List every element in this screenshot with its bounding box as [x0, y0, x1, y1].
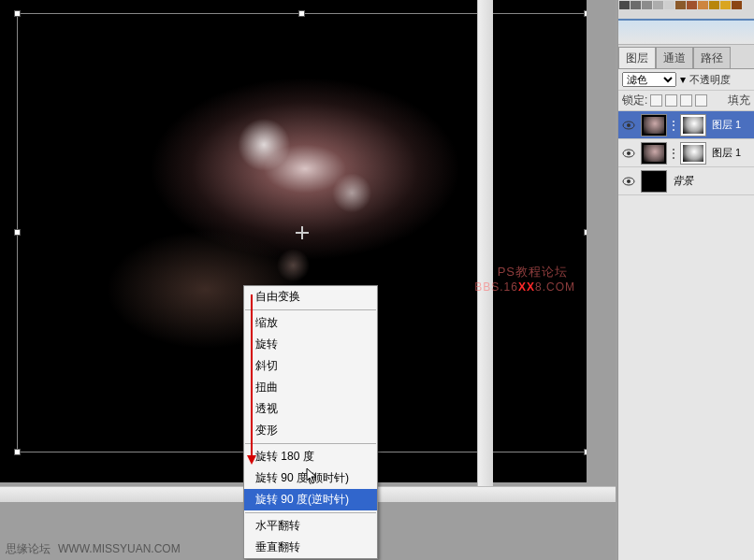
menu-warp[interactable]: 变形	[244, 420, 377, 441]
layers-panel: 图层 通道 路径 滤色 ▾ 不透明度 锁定: 填充 ⋮ 图	[618, 45, 754, 195]
menu-distort[interactable]: 扭曲	[244, 377, 377, 398]
chevron-down-icon: ▾	[680, 73, 686, 86]
layer-row[interactable]: 背景	[618, 167, 754, 195]
menu-flip-horizontal[interactable]: 水平翻转	[244, 515, 377, 537]
workspace: PS教程论坛 BBS.16XX8.COM 自由变换 缩放 旋转 斜切 扭曲 透视…	[0, 0, 616, 560]
blend-mode-select[interactable]: 滤色	[622, 72, 676, 87]
menu-skew[interactable]: 斜切	[244, 355, 377, 377]
svg-point-5	[627, 179, 631, 183]
watermark-line1: PS教程论坛	[498, 264, 568, 280]
menu-perspective[interactable]: 透视	[244, 398, 377, 420]
swatches-panel[interactable]	[618, 0, 754, 21]
menu-rotate-90-cw[interactable]: 旋转 90 度(顺时针)	[244, 467, 377, 489]
menu-scale[interactable]: 缩放	[244, 312, 377, 334]
menu-free-transform[interactable]: 自由变换	[244, 286, 377, 308]
lock-image-icon[interactable]	[665, 94, 677, 107]
layer-name[interactable]: 图层 1	[708, 146, 754, 160]
lock-row: 锁定: 填充	[618, 91, 754, 111]
eye-icon	[622, 177, 635, 186]
layer-thumbnail[interactable]	[641, 170, 667, 193]
menu-rotate-180[interactable]: 旋转 180 度	[244, 446, 377, 467]
svg-point-1	[627, 123, 631, 127]
swatch[interactable]	[631, 1, 641, 9]
layer-mask-thumbnail[interactable]	[680, 142, 706, 165]
swatch[interactable]	[687, 1, 697, 9]
swatch[interactable]	[709, 1, 719, 9]
lock-label: 锁定:	[622, 93, 647, 108]
menu-separator	[245, 309, 376, 310]
menu-flip-vertical[interactable]: 垂直翻转	[244, 537, 377, 558]
eye-icon	[622, 121, 635, 130]
svg-point-3	[627, 151, 631, 155]
watermark-line2: BBS.16XX8.COM	[474, 280, 575, 294]
footer-site-url: WWW.MISSYUAN.COM	[58, 542, 181, 555]
visibility-toggle[interactable]	[618, 149, 639, 158]
layer-name[interactable]: 背景	[669, 174, 754, 188]
menu-rotate-90-ccw[interactable]: 旋转 90 度(逆时针)	[244, 489, 377, 510]
swatch[interactable]	[642, 1, 652, 9]
menu-rotate[interactable]: 旋转	[244, 334, 377, 355]
tab-paths[interactable]: 路径	[693, 47, 731, 68]
swatch[interactable]	[653, 1, 663, 9]
tab-layers[interactable]: 图层	[618, 47, 656, 68]
layer-options-row: 滤色 ▾ 不透明度	[618, 69, 754, 91]
footer-site-label: 思缘论坛	[6, 541, 51, 557]
lock-all-icon[interactable]	[695, 94, 707, 107]
layer-thumbnail[interactable]	[641, 142, 667, 165]
annotation-arrow-icon	[251, 294, 253, 463]
swatch[interactable]	[675, 1, 686, 9]
opacity-label: 不透明度	[689, 73, 731, 87]
layer-thumbnail[interactable]	[641, 114, 667, 136]
swatch[interactable]	[720, 1, 731, 9]
panel-tabs: 图层 通道 路径	[618, 45, 754, 69]
menu-separator	[245, 443, 376, 444]
swatch[interactable]	[619, 1, 630, 9]
swatch[interactable]	[698, 1, 708, 9]
tab-channels[interactable]: 通道	[656, 47, 693, 68]
lock-transparency-icon[interactable]	[650, 94, 662, 107]
link-icon[interactable]: ⋮	[669, 147, 678, 160]
layer-name[interactable]: 图层 1	[708, 118, 754, 132]
transform-context-menu: 自由变换 缩放 旋转 斜切 扭曲 透视 变形 旋转 180 度 旋转 90 度(…	[243, 285, 378, 559]
swatch[interactable]	[732, 1, 742, 9]
vertical-scrollbar[interactable]	[477, 0, 493, 486]
right-panel: 图层 通道 路径 滤色 ▾ 不透明度 锁定: 填充 ⋮ 图	[617, 0, 754, 560]
panel-spacer	[618, 21, 754, 45]
lock-position-icon[interactable]	[680, 94, 692, 107]
layer-list: ⋮ 图层 1 ⋮ 图层 1 背景	[618, 111, 754, 195]
swatch[interactable]	[664, 1, 674, 9]
layer-row[interactable]: ⋮ 图层 1	[618, 139, 754, 167]
eye-icon	[622, 149, 635, 158]
layer-mask-thumbnail[interactable]	[680, 114, 706, 136]
fill-label: 填充	[728, 93, 750, 108]
visibility-toggle[interactable]	[618, 177, 639, 186]
link-icon[interactable]: ⋮	[669, 119, 678, 132]
menu-separator	[245, 512, 376, 513]
layer-row[interactable]: ⋮ 图层 1	[618, 111, 754, 139]
visibility-toggle[interactable]	[618, 121, 639, 130]
